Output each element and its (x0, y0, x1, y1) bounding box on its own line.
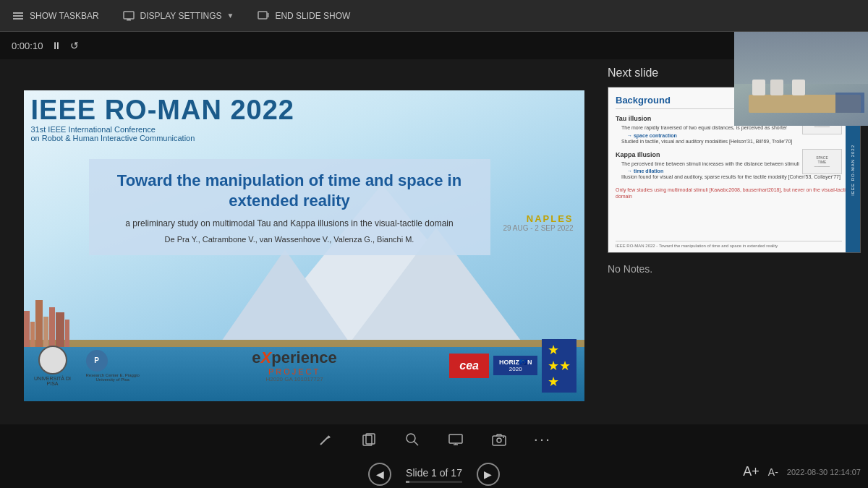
slide-progress-fill (406, 481, 409, 483)
slide-progress-bar (406, 481, 462, 483)
end-slideshow-icon (257, 9, 270, 22)
font-increase-button[interactable]: A+ (743, 464, 760, 479)
naples-text: NAPLES (503, 213, 573, 224)
font-decrease-button[interactable]: A- (768, 466, 778, 478)
bottom-controls: ··· ◀ Slide 1 of 17 ▶ A+ A- 2022-08-30 1… (0, 424, 868, 488)
right-bottom-controls: A+ A- 2022-08-30 12:14:07 (743, 464, 861, 479)
room-photo (734, 32, 868, 126)
tools-row: ··· (312, 427, 556, 453)
taskbar-icon (12, 9, 25, 22)
camera-tool-button[interactable] (486, 427, 512, 453)
svg-rect-14 (449, 435, 462, 443)
nav-row: ◀ Slide 1 of 17 ▶ (368, 463, 500, 486)
content-subtitle: a preliminary study on multimodal Tau an… (103, 218, 476, 230)
kappa-bullet-2: Illusion found for visual and auditory, … (621, 174, 853, 181)
cea-badge: cea (449, 354, 489, 378)
logos-area: UNIVERSITÀ DI PISA P Research Center E. … (31, 339, 577, 393)
notes-area: No Notes. (608, 260, 861, 278)
next-slide-label: Next slide (608, 67, 658, 79)
svg-rect-6 (258, 12, 267, 19)
thumb-side-text: IEEE RO-MAN 2022 (851, 145, 855, 196)
svg-rect-5 (127, 19, 130, 20)
restart-button[interactable]: ↺ (70, 40, 79, 51)
zoom-tool-button[interactable] (399, 427, 425, 453)
logo-left: UNIVERSITÀ DI PISA P Research Center E. … (31, 346, 140, 386)
copy-tool-button[interactable] (356, 427, 382, 453)
diagram-2: SPACETIME────── (802, 149, 842, 174)
show-taskbar-button[interactable]: SHOW TASKBAR (12, 9, 99, 22)
uni-logo: UNIVERSITÀ DI PISA (31, 376, 75, 386)
pen-tool-button[interactable] (312, 427, 339, 453)
status-left: 0:00:10 ⏸ ↺ (12, 40, 79, 51)
svg-rect-2 (13, 18, 23, 20)
more-tools-button[interactable]: ··· (529, 427, 556, 453)
slide-background: IEEE RO-MAN 2022 31st IEEE International… (24, 90, 584, 401)
svg-rect-1 (13, 15, 23, 17)
slide-area: IEEE RO-MAN 2022 31st IEEE International… (0, 59, 600, 424)
h2020-text: H2020 GA 101017727 (252, 376, 336, 382)
svg-rect-3 (124, 12, 134, 19)
naples-badge: NAPLES 29 AUG - 2 SEP 2022 (503, 213, 573, 232)
naples-date: 29 AUG - 2 SEP 2022 (503, 224, 573, 232)
content-box: Toward the manipulation of time and spac… (89, 159, 490, 256)
only-text: Only few studies using multimodal stimul… (616, 187, 853, 200)
ieee-header: IEEE RO-MAN 2022 31st IEEE International… (31, 96, 577, 142)
svg-rect-7 (268, 13, 269, 17)
datetime-display: 2022-08-30 12:14:07 (787, 468, 861, 476)
experience-project-logo: eXperience PROJECT H2020 GA 101017727 (252, 348, 336, 382)
ieee-title: IEEE RO-MAN 2022 (31, 96, 577, 124)
slide-counter-container: Slide 1 of 17 (406, 466, 462, 483)
horizon-badge: HORIZ🇪🇺N 2020 (493, 356, 538, 375)
eu-badge: ★★★★ (542, 339, 576, 393)
slide-counter: Slide 1 of 17 (406, 467, 462, 479)
ieee-subtitle: 31st IEEE International Conferenceon Rob… (31, 125, 577, 142)
prev-slide-button[interactable]: ◀ (368, 463, 391, 486)
top-toolbar: SHOW TASKBAR DISPLAY SETTINGS ▼ END SLID… (0, 0, 868, 32)
slide-frame: IEEE RO-MAN 2022 31st IEEE International… (24, 90, 584, 401)
svg-rect-4 (127, 20, 131, 21)
timer-display: 0:00:10 (12, 40, 43, 51)
end-slideshow-button[interactable]: END SLIDE SHOW (257, 9, 350, 22)
piaggio-logo: P Research Center E. PiaggioUniversity o… (86, 350, 140, 382)
thumb-footer: IEEE RO-MAN 2022 - Toward the manipulati… (616, 241, 842, 248)
next-slide-button[interactable]: ▶ (477, 463, 500, 486)
display-icon (122, 9, 135, 22)
screen-tool-button[interactable] (443, 427, 469, 453)
svg-line-8 (320, 436, 329, 445)
svg-point-18 (497, 438, 501, 442)
content-authors: De Pra Y., Catrambone V., van Wassenhove… (103, 235, 476, 244)
svg-line-13 (414, 441, 418, 445)
pause-button[interactable]: ⏸ (51, 40, 61, 51)
svg-rect-0 (13, 12, 23, 14)
content-title: Toward the manipulation of time and spac… (103, 171, 476, 212)
notes-text: No Notes. (608, 263, 652, 275)
display-settings-button[interactable]: DISPLAY SETTINGS ▼ (122, 9, 234, 22)
logo-right: cea HORIZ🇪🇺N 2020 ★★★★ (449, 339, 576, 393)
